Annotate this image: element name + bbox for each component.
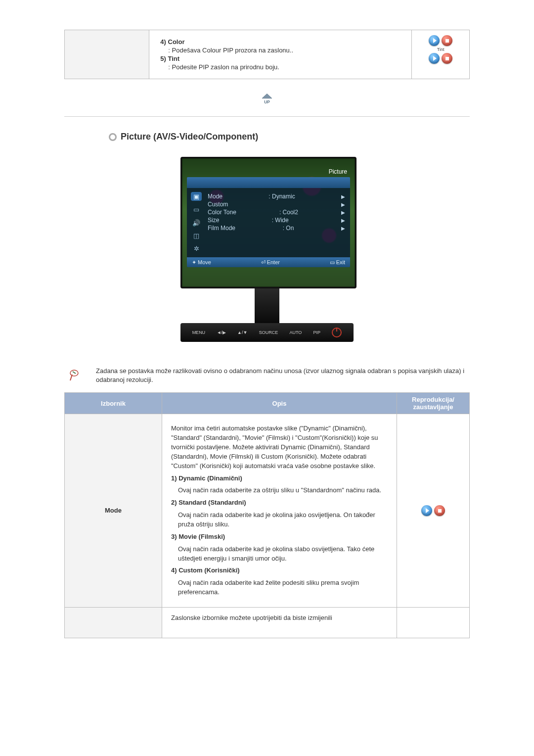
- screen-category-icon: ▭: [191, 205, 202, 214]
- osd-footer: ✦ Move ⏎ Enter ▭ Exit: [187, 257, 350, 267]
- top-content-cell: 4) Color : Podešava Colour PIP prozora n…: [149, 30, 412, 79]
- row-mode-play: [397, 414, 470, 608]
- pip-category-icon: ◫: [191, 231, 202, 240]
- svg-marker-0: [262, 94, 272, 98]
- mode-opt1-body: Ovaj način rada odaberite za oštriju sli…: [171, 486, 388, 495]
- table-header-row: Izbornik Opis Reprodukcija/ zaustavljanj…: [65, 393, 470, 414]
- top-right-play-cell: Tint: [412, 30, 470, 79]
- setting-4-desc: : Podešava Colour PIP prozora na zaslonu…: [160, 47, 400, 54]
- row-partial-desc: Zaslonske izbornike možete upotrijebiti …: [162, 607, 397, 638]
- setting-5-title: 5) Tint: [160, 55, 179, 62]
- row-partial-label: [65, 607, 162, 638]
- stop-icon[interactable]: [434, 505, 445, 516]
- mode-opt2-body: Ovaj način rada odaberite kad je okolina…: [171, 511, 388, 529]
- row-mode-label: Mode: [65, 414, 162, 608]
- btn-ud: ▲/▼: [237, 330, 247, 335]
- stop-icon[interactable]: [442, 53, 452, 64]
- row-partial-play: [397, 607, 470, 638]
- tint-small-label: Tint: [412, 47, 469, 52]
- mode-opt4-body: Ovaj način rada odaberite kad želite pod…: [171, 578, 388, 597]
- power-icon: [332, 328, 342, 337]
- th-menu: Izbornik: [65, 393, 162, 414]
- monitor-neck: [255, 288, 279, 323]
- mode-opt3-body: Ovaj način rada odaberite kad je okolina…: [171, 545, 388, 564]
- osd-row-size: Size: Wide▶: [208, 217, 345, 224]
- monitor-illustration: Picture ▣ ▭ 🔊 ◫ ✲ Mode: Dynamic▶ Custom▶: [64, 157, 470, 342]
- mode-intro-text: Monitor ima četiri automatske postavke s…: [171, 424, 388, 471]
- th-desc: Opis: [162, 393, 397, 414]
- stop-icon[interactable]: [442, 35, 452, 46]
- section-title-row: Picture (AV/S-Video/Component): [109, 132, 470, 142]
- picture-category-icon: ▣: [191, 192, 202, 201]
- play-stop-pair: [421, 505, 445, 516]
- note-pin-icon: [67, 369, 82, 383]
- btn-menu: MENU: [192, 330, 206, 335]
- osd-row-mode: Mode: Dynamic▶: [208, 193, 345, 200]
- mode-opt3-title: 3) Movie (Filmski): [171, 533, 225, 540]
- setup-category-icon: ✲: [191, 244, 202, 253]
- note-row: Zadana se postavka može razlikovati ovis…: [67, 367, 470, 384]
- monitor-base: MENU ◄/▶ ▲/▼ SOURCE AUTO PIP: [180, 323, 354, 342]
- osd-sidebar-icons: ▣ ▭ 🔊 ◫ ✲: [187, 188, 206, 257]
- back-to-top[interactable]: UP: [64, 93, 470, 107]
- osd-panel: Picture ▣ ▭ 🔊 ◫ ✲ Mode: Dynamic▶ Custom▶: [187, 177, 350, 267]
- play-icon[interactable]: [429, 35, 440, 46]
- table-row: Mode Monitor ima četiri automatske posta…: [65, 414, 470, 608]
- osd-header: Picture: [329, 168, 347, 175]
- ring-bullet-icon: [109, 133, 117, 141]
- mode-opt4-title: 4) Custom (Korisnički): [171, 567, 240, 574]
- divider: [64, 116, 470, 117]
- th-play: Reprodukcija/ zaustavljanje: [397, 393, 470, 414]
- setting-5-desc: : Podesite PIP zaslon na prirodnu boju.: [160, 63, 400, 71]
- play-icon[interactable]: [429, 53, 440, 64]
- section-title: Picture (AV/S-Video/Component): [121, 132, 258, 142]
- monitor-screen: Picture ▣ ▭ 🔊 ◫ ✲ Mode: Dynamic▶ Custom▶: [180, 157, 356, 288]
- play-stop-pair: [429, 35, 452, 46]
- note-text: Zadana se postavka može razlikovati ovis…: [96, 367, 470, 384]
- btn-pip: PIP: [313, 330, 321, 335]
- up-arrow-icon: UP: [257, 93, 277, 106]
- btn-source: SOURCE: [259, 330, 278, 335]
- top-left-empty-cell: [65, 30, 149, 79]
- row-mode-desc: Monitor ima četiri automatske postavke s…: [162, 414, 397, 608]
- osd-menu-list: Mode: Dynamic▶ Custom▶ Color Tone: Cool2…: [206, 188, 350, 257]
- table-row: Zaslonske izbornike možete upotrijebiti …: [65, 607, 470, 638]
- osd-row-custom: Custom▶: [208, 201, 345, 208]
- mode-opt2-title: 2) Standard (Standardni): [171, 499, 246, 506]
- osd-row-colortone: Color Tone: Cool2▶: [208, 209, 345, 216]
- svg-text:UP: UP: [264, 99, 270, 104]
- mode-opt1-title: 1) Dynamic (Dinamični): [171, 474, 242, 482]
- btn-auto: AUTO: [289, 330, 302, 335]
- play-stop-pair-2: [429, 53, 452, 64]
- btn-lr: ◄/▶: [217, 330, 225, 335]
- description-table: Izbornik Opis Reprodukcija/ zaustavljanj…: [64, 392, 470, 638]
- osd-row-filmmode: Film Mode: On▶: [208, 225, 345, 232]
- sound-category-icon: 🔊: [191, 218, 202, 227]
- top-fragment-table: 4) Color : Podešava Colour PIP prozora n…: [64, 30, 470, 79]
- play-icon[interactable]: [421, 505, 432, 516]
- setting-4-title: 4) Color: [160, 38, 184, 46]
